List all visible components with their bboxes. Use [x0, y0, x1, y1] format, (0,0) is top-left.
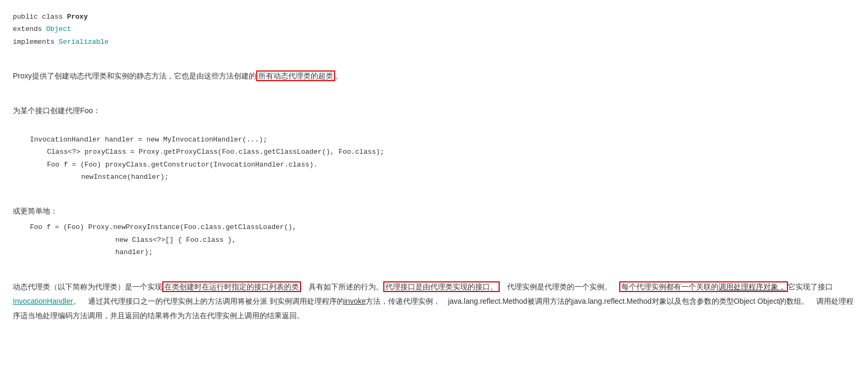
code-line-3: Foo f = (Foo) proxyClass.getConstructor(…: [13, 159, 855, 171]
extends-keyword: extends: [13, 25, 46, 33]
extends-line: extends Object: [13, 23, 855, 35]
desc2-highlight2: 代理接口是由代理类实现的接口。: [383, 281, 500, 292]
code-line-7: handler);: [13, 246, 855, 258]
desc2-highlight3-underline: 调用处理程序对象，: [719, 282, 786, 291]
desc2-interface: InvocationHandler: [13, 297, 73, 305]
public-keyword: public class: [13, 13, 67, 21]
desc2-part2-after: 代理实例是代理类的一个实例。: [500, 282, 619, 291]
implements-line: implements Serializable: [13, 36, 855, 48]
class-declaration-line: public class Proxy: [13, 11, 855, 23]
desc2-part3: 它实现了接口: [788, 282, 833, 291]
implements-keyword: implements: [13, 38, 59, 46]
desc2-part1: 动态代理类（以下简称为代理类）是一个实现: [13, 282, 162, 291]
description1-before: Proxy提供了创建动态代理类和实例的静态方法，它也是由这些方法创建的: [13, 72, 256, 80]
code-line-4: newInstance(handler);: [13, 171, 855, 183]
class-name-proxy: Proxy: [67, 13, 88, 21]
code-line-6: new Class<?>[] { Foo.class },: [13, 234, 855, 246]
code-line-2: Class<?> proxyClass = Proxy.getProxyClas…: [13, 146, 855, 158]
class-header: public class Proxy extends Object implem…: [13, 11, 855, 48]
description-1: Proxy提供了创建动态代理类和实例的静态方法，它也是由这些方法创建的所有动态代…: [13, 69, 855, 83]
code-line-1: InvocationHandler handler = new MyInvoca…: [13, 133, 855, 146]
description1-highlight: 所有动态代理类的超类: [256, 70, 335, 81]
code-block-1: InvocationHandler handler = new MyInvoca…: [13, 133, 855, 184]
description-2: 动态代理类（以下简称为代理类）是一个实现在类创建时在运行时指定的接口列表的类 具…: [13, 280, 855, 322]
desc2-highlight1: 在类创建时在运行时指定的接口列表的类: [162, 281, 301, 292]
description1-after: 。: [335, 72, 343, 80]
implements-class: Serializable: [59, 38, 109, 46]
desc2-invoke: invoke: [344, 297, 366, 305]
intro-label: 为某个接口创建代理Foo：: [13, 104, 855, 117]
extends-class: Object: [46, 25, 71, 33]
desc2-highlight3: 每个代理实例都有一个关联的调用处理程序对象，: [619, 281, 788, 292]
code-line-5: Foo f = (Foo) Proxy.newProxyInstance(Foo…: [13, 221, 855, 233]
desc2-part1-after: 具有如下所述的行为。: [301, 282, 383, 291]
simple-label: 或更简单地：: [13, 204, 855, 218]
desc2-part3-after: 。 通过其代理接口之一的代理实例上的方法调用将被分派 到实例调用处理程序的inv…: [13, 297, 854, 320]
code-block-2: Foo f = (Foo) Proxy.newProxyInstance(Foo…: [13, 221, 855, 258]
